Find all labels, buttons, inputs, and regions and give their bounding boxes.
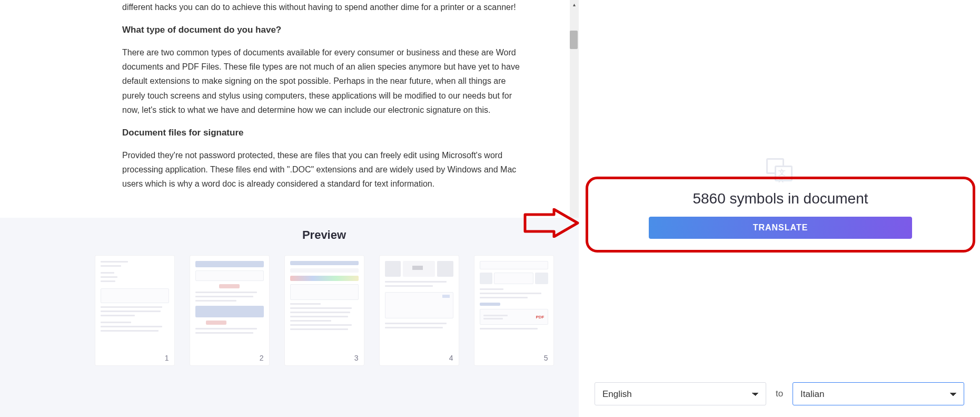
target-language-select[interactable]: Italian: [793, 382, 964, 405]
source-language-select[interactable]: English: [595, 382, 766, 405]
doc-paragraph: There are two common types of documents …: [122, 45, 526, 117]
preview-section: Preview 1: [70, 218, 579, 417]
preview-thumbnail[interactable]: 3: [284, 255, 364, 366]
doc-paragraph: different hacks you can do to achieve th…: [122, 0, 526, 14]
page-number: 3: [354, 354, 359, 362]
doc-heading: What type of document do you have?: [122, 23, 526, 38]
symbols-count-text: 5860 symbols in document: [692, 190, 868, 207]
page-number: 2: [260, 354, 264, 362]
preview-thumbnail[interactable]: 2: [190, 255, 270, 366]
page-number: 1: [165, 354, 169, 362]
preview-thumbnail[interactable]: 4: [379, 255, 459, 366]
page-number: 5: [544, 354, 548, 362]
thumbnail-preview-icon: [195, 261, 264, 351]
translate-callout: 5860 symbols in document TRANSLATE: [586, 177, 975, 253]
to-label: to: [773, 389, 786, 399]
thumbnail-preview-icon: PDF: [480, 261, 548, 351]
preview-bg: [0, 218, 70, 417]
language-selector-row: English to Italian: [595, 382, 964, 405]
doc-paragraph: Provided they're not password protected,…: [122, 148, 526, 191]
preview-title: Preview: [70, 228, 579, 242]
translate-panel: 文A 5860 symbols in document TRANSLATE En…: [579, 0, 980, 417]
document-viewer: different hacks you can do to achieve th…: [70, 0, 579, 218]
translate-button-label: TRANSLATE: [753, 223, 808, 232]
thumbnail-preview-icon: [290, 261, 359, 351]
document-content: different hacks you can do to achieve th…: [70, 0, 579, 215]
page-number: 4: [449, 354, 453, 362]
scrollbar-thumb[interactable]: [570, 31, 578, 49]
preview-thumbnail[interactable]: PDF 5: [474, 255, 554, 366]
preview-thumbnails: 1 2: [70, 255, 579, 366]
thumbnail-preview-icon: [101, 261, 169, 351]
thumbnail-preview-icon: [385, 261, 453, 351]
doc-heading: Document files for signature: [122, 125, 526, 141]
scrollbar-up-arrow-icon[interactable]: ▴: [570, 0, 579, 9]
preview-thumbnail[interactable]: 1: [95, 255, 175, 366]
translate-button[interactable]: TRANSLATE: [649, 217, 912, 239]
annotation-arrow-icon: [522, 208, 580, 238]
main-panel: different hacks you can do to achieve th…: [0, 0, 579, 417]
